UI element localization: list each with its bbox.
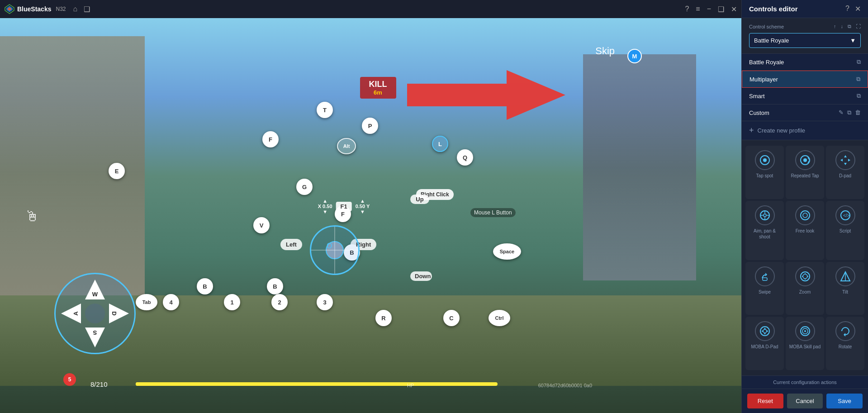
svg-marker-3 xyxy=(407,70,565,120)
control-dpad[interactable]: D-pad xyxy=(826,146,864,199)
key-4[interactable]: 4 xyxy=(163,294,179,310)
delete-icon[interactable]: 🗑 xyxy=(855,109,861,116)
moba-skill-pad-icon xyxy=(795,321,815,341)
key-f-top[interactable]: F xyxy=(262,131,279,147)
control-zoom[interactable]: Zoom xyxy=(786,262,824,315)
svg-marker-36 xyxy=(767,330,768,332)
key-tab[interactable]: Tab xyxy=(136,294,157,310)
key-left[interactable]: Left xyxy=(280,239,302,250)
control-aim-pan-shoot[interactable]: Aim, pan & shoot xyxy=(745,201,784,260)
key-s[interactable]: S xyxy=(85,328,105,347)
copy-scheme-icon-multi[interactable]: ⧉ xyxy=(856,76,860,83)
tilt-icon xyxy=(835,266,855,286)
app-name: BlueStacks xyxy=(17,5,51,13)
score-display: 60784d72d60b0001 0a0 xyxy=(538,383,592,388)
scheme-item-smart[interactable]: Smart ⧉ xyxy=(742,88,868,104)
maximize-icon[interactable]: ❑ xyxy=(718,5,724,14)
key-2[interactable]: 2 xyxy=(271,294,288,310)
svg-point-5 xyxy=(763,158,767,162)
layers-icon[interactable]: ❑ xyxy=(84,5,90,14)
control-moba-skill-pad[interactable]: MOBA Skill pad xyxy=(786,317,824,370)
key-3[interactable]: 3 xyxy=(317,294,333,310)
scheme-item-icons-smart: ⧉ xyxy=(857,92,861,100)
hp-bar xyxy=(136,382,498,386)
edit-icon[interactable]: ✎ xyxy=(839,109,844,116)
download-icon[interactable]: ↓ xyxy=(841,24,844,29)
control-repeated-tap[interactable]: Repeated Tap xyxy=(786,146,824,199)
cancel-button[interactable]: Cancel xyxy=(787,394,823,408)
key-e[interactable]: E xyxy=(109,163,125,179)
key-b-bot2[interactable]: B xyxy=(267,278,283,294)
key-ctrl[interactable]: Ctrl xyxy=(489,310,510,326)
key-q[interactable]: Q xyxy=(457,149,473,166)
home-icon[interactable]: ⌂ xyxy=(73,5,78,14)
main-container: BlueStacks N32 ⌂ ❑ ? ≡ − ❑ ✕ xyxy=(0,0,868,413)
help-icon[interactable]: ? xyxy=(685,5,689,13)
dpad-icon xyxy=(835,150,855,170)
key-1[interactable]: 1 xyxy=(224,294,240,310)
svg-marker-10 xyxy=(840,159,843,161)
key-c[interactable]: C xyxy=(443,310,460,326)
key-t[interactable]: T xyxy=(317,102,333,118)
close-icon[interactable]: ✕ xyxy=(731,5,737,14)
scheme-item-custom[interactable]: Custom ✎ ⧉ 🗑 xyxy=(742,104,868,121)
panel-help-icon[interactable]: ? xyxy=(845,5,849,13)
rotate-label: Rotate xyxy=(839,344,852,350)
current-config-label: Current configuration actions xyxy=(742,375,868,389)
scheme-item-battle-royale[interactable]: Battle Royale ⧉ xyxy=(742,54,868,71)
save-button[interactable]: Save xyxy=(826,394,863,408)
key-d[interactable]: D xyxy=(109,304,129,323)
svg-point-19 xyxy=(803,213,807,218)
svg-marker-35 xyxy=(761,330,763,332)
swipe-label: Swipe xyxy=(759,289,771,295)
key-up[interactable]: Up xyxy=(410,195,429,204)
key-space[interactable]: Space xyxy=(493,243,521,260)
key-g[interactable]: G xyxy=(296,179,313,195)
zoom-label: Zoom xyxy=(799,289,811,295)
scheme-name-battle-royale: Battle Royale xyxy=(749,59,784,66)
dpad-circle: W S A D xyxy=(54,273,136,354)
control-scheme-label: Control scheme ↑ ↓ ⧉ ⛶ xyxy=(749,24,861,29)
coord-display: ▲ X 0.50 ▼ F1 ▲ 0.50 Y ▼ xyxy=(318,198,370,214)
control-scheme-section: Control scheme ↑ ↓ ⧉ ⛶ Battle Royale ▼ xyxy=(742,18,868,54)
joystick-ring[interactable]: O xyxy=(310,225,360,275)
key-down[interactable]: Down xyxy=(410,271,432,281)
fullscreen-icon[interactable]: ⛶ xyxy=(856,24,861,29)
dpad-container: W S A D xyxy=(54,273,136,354)
control-moba-dpad[interactable]: MOBA D-Pad xyxy=(745,317,784,370)
key-p[interactable]: P xyxy=(362,118,378,134)
upload-icon[interactable]: ↑ xyxy=(834,24,836,29)
control-script[interactable]: </> Script xyxy=(826,201,864,260)
key-w[interactable]: W xyxy=(85,280,105,299)
skip-button[interactable]: Skip xyxy=(595,45,615,57)
control-swipe[interactable]: Swipe xyxy=(745,262,784,315)
key-v[interactable]: V xyxy=(253,217,270,233)
scheme-dropdown[interactable]: Battle Royale ▼ xyxy=(749,33,861,48)
menu-icon[interactable]: ≡ xyxy=(696,5,700,13)
custom-edit-icons: ✎ ⧉ 🗑 xyxy=(839,109,861,116)
control-free-look[interactable]: Free look xyxy=(786,201,824,260)
copy-scheme-icon-smart[interactable]: ⧉ xyxy=(857,92,861,100)
copy-scheme-icon[interactable]: ⧉ xyxy=(857,58,861,66)
svg-rect-22 xyxy=(763,278,767,280)
key-alt[interactable]: Alt xyxy=(337,138,356,154)
copy-icon-custom[interactable]: ⧉ xyxy=(847,109,851,116)
key-r[interactable]: R xyxy=(375,310,392,326)
aim-pan-shoot-icon xyxy=(755,205,775,225)
key-b-bot1[interactable]: B xyxy=(197,278,213,294)
f1-key[interactable]: F1 xyxy=(336,202,352,211)
scheme-item-multiplayer[interactable]: Multiplayer ⧉ xyxy=(742,71,868,88)
panel-close-icon[interactable]: ✕ xyxy=(855,5,861,13)
reset-button[interactable]: Reset xyxy=(747,394,783,408)
key-a[interactable]: A xyxy=(61,304,81,323)
create-profile-row[interactable]: + Create new profile xyxy=(742,121,868,140)
control-tap-spot[interactable]: Tap spot xyxy=(745,146,784,199)
minimize-icon[interactable]: − xyxy=(707,5,711,13)
create-profile-label: Create new profile xyxy=(758,127,806,134)
control-tilt[interactable]: Tilt xyxy=(826,262,864,315)
control-rotate[interactable]: Rotate xyxy=(826,317,864,370)
copy-icon[interactable]: ⧉ xyxy=(848,24,851,29)
key-l[interactable]: L xyxy=(432,136,448,152)
title-bar: BlueStacks N32 ⌂ ❑ ? ≡ − ❑ ✕ xyxy=(0,0,741,18)
svg-marker-33 xyxy=(764,328,766,329)
